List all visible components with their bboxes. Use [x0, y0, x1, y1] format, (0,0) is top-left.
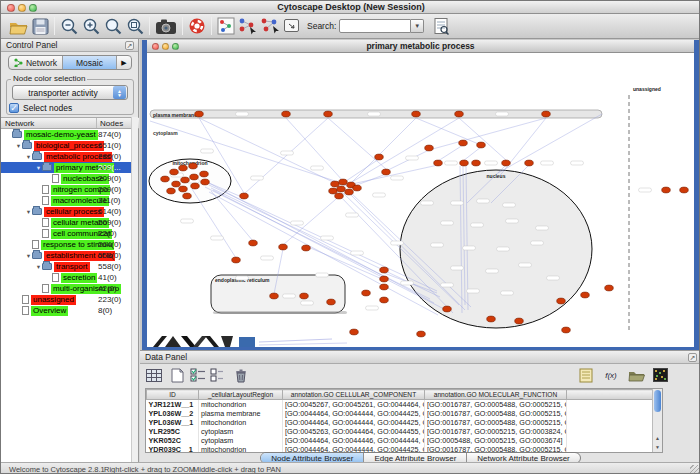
network-node[interactable]	[380, 297, 389, 303]
tree-row-establishment-of-lo[interactable]: ▼establishment of lo558(0)	[1, 250, 132, 261]
table-scrollbar[interactable]: ▲ ▼	[652, 389, 662, 452]
tree-row-response-to-stimulu[interactable]: response to stimulu264(0)	[1, 239, 132, 250]
tree-row-unassigned[interactable]: unassigned223(0)	[1, 294, 132, 305]
network-node[interactable]	[662, 187, 671, 193]
tree-row-metabolic-process[interactable]: ▼metabolic process280(0)	[1, 151, 132, 162]
tree-row-biological-process[interactable]: ▼biological_process651(0)	[1, 140, 132, 151]
snapshot-camera-icon[interactable]	[153, 15, 179, 37]
network-node[interactable]	[362, 290, 371, 296]
network-node[interactable]	[434, 160, 443, 166]
network-node[interactable]	[339, 179, 348, 185]
attribute-matrix-icon[interactable]	[651, 366, 669, 384]
network-node[interactable]	[335, 193, 344, 199]
layout-nodes-icon[interactable]	[237, 15, 259, 37]
tree-scrollbar[interactable]	[131, 117, 138, 462]
network-node[interactable]	[382, 169, 391, 175]
select-nodes-checkbox[interactable]: ✓	[9, 103, 19, 113]
tree-row-macromolecule[interactable]: macromolecule311(0)	[1, 195, 132, 206]
network-node[interactable]	[327, 299, 336, 305]
column-header[interactable]: annotation.GO CELLULAR_COMPONENT	[283, 390, 425, 400]
network-node[interactable]	[472, 160, 481, 166]
tree-row-cellular-process[interactable]: ▼cellular process614(0)	[1, 206, 132, 217]
import-attributes-icon[interactable]	[627, 366, 645, 384]
network-node[interactable]	[353, 185, 362, 191]
table-row[interactable]: YPL036W__2plasma membrane[GO:0044464, GO…	[147, 409, 662, 418]
scroll-down-button[interactable]: ▼	[653, 443, 662, 452]
network-node[interactable]	[201, 179, 210, 185]
annotation-box-icon[interactable]	[281, 15, 303, 37]
network-node[interactable]	[345, 189, 354, 195]
new-attribute-icon[interactable]	[168, 366, 186, 384]
table-row[interactable]: YLR295Ccytoplasm[GO:0045263, GO:0044464,…	[147, 427, 662, 436]
network-node[interactable]	[167, 188, 176, 194]
network-node[interactable]	[487, 316, 496, 322]
resize-grip[interactable]	[690, 465, 700, 474]
network-node[interactable]	[179, 186, 188, 192]
network-node[interactable]	[279, 244, 288, 250]
network-node[interactable]	[380, 267, 389, 273]
network-node[interactable]	[300, 293, 309, 299]
zoom-out-icon[interactable]	[58, 15, 80, 37]
network-node[interactable]	[525, 160, 534, 166]
network-node[interactable]	[412, 111, 421, 117]
column-header[interactable]: _cellularLayoutRegion	[199, 390, 283, 400]
control-panel-detach-icon[interactable]: ↗	[125, 41, 134, 50]
data-panel-detach-icon[interactable]: ↗	[688, 353, 697, 362]
network-node[interactable]	[161, 176, 170, 182]
network-window-titlebar[interactable]: primary metabolic process	[147, 40, 694, 53]
tree-row-multi-organism-pro[interactable]: multi-organism pro42(0)	[1, 283, 132, 294]
tree-expand-icon[interactable]: ▼	[25, 209, 32, 215]
function-builder-icon[interactable]: f(x)	[602, 366, 620, 384]
network-node[interactable]	[172, 181, 181, 187]
network-node[interactable]	[477, 142, 486, 148]
network-node[interactable]	[425, 145, 434, 151]
network-node[interactable]	[302, 245, 311, 251]
network-node[interactable]	[380, 276, 389, 282]
network-node[interactable]	[350, 329, 359, 335]
notes-icon[interactable]	[577, 366, 595, 384]
network-overview-icon[interactable]	[215, 15, 237, 37]
save-session-icon[interactable]	[29, 15, 51, 37]
network-node[interactable]	[443, 306, 452, 312]
network-node[interactable]	[270, 293, 279, 299]
table-row[interactable]: YKR052Ccytoplasm[GO:0044464, GO:0044446,…	[147, 436, 662, 445]
tree-expand-icon[interactable]: ▼	[25, 154, 32, 160]
select-attributes-icon[interactable]	[189, 366, 207, 384]
node-color-dropdown[interactable]: transporter activity ▲▼	[12, 85, 128, 100]
search-input[interactable]	[339, 19, 411, 33]
network-node[interactable]	[337, 186, 346, 192]
tree-expand-icon[interactable]: ▼	[35, 165, 42, 171]
zoom-fit-icon[interactable]	[102, 15, 124, 37]
network-node[interactable]	[331, 181, 340, 187]
network-node[interactable]	[191, 183, 200, 189]
network-node[interactable]	[282, 111, 291, 117]
network-node[interactable]	[195, 111, 204, 117]
tree-expand-icon[interactable]: ▼	[35, 264, 42, 270]
network-node[interactable]	[581, 292, 590, 298]
tab-mosaic[interactable]: Mosaic	[63, 56, 117, 69]
tree-row-cell-communicat[interactable]: cell communicat22(0)	[1, 228, 132, 239]
unselect-attributes-icon[interactable]	[209, 366, 227, 384]
network-node[interactable]	[460, 160, 469, 166]
network-node[interactable]	[181, 177, 190, 183]
network-node[interactable]	[515, 318, 524, 324]
search-dropdown-arrow[interactable]: ▼	[411, 19, 424, 33]
scroll-up-button[interactable]: ▲	[653, 434, 662, 443]
network-node[interactable]	[200, 171, 209, 177]
advanced-search-icon[interactable]	[430, 15, 452, 37]
network-node[interactable]	[542, 111, 551, 117]
network-node[interactable]	[329, 188, 338, 194]
zoom-selected-icon[interactable]	[124, 15, 146, 37]
network-node[interactable]	[189, 163, 198, 169]
attribute-table-icon[interactable]	[145, 366, 163, 384]
network-node[interactable]	[324, 111, 333, 117]
tree-expand-icon[interactable]: ▼	[15, 143, 22, 149]
zoom-in-icon[interactable]	[80, 15, 102, 37]
tree-row-nucleobase-[interactable]: nucleobase-209(0)	[1, 173, 132, 184]
network-node[interactable]	[502, 160, 511, 166]
nucleus-region[interactable]	[400, 170, 592, 328]
network-node[interactable]	[605, 285, 614, 291]
network-node[interactable]	[179, 165, 188, 171]
table-row[interactable]: YPL036W__1mitochondrion[GO:0044464, GO:0…	[147, 418, 662, 427]
delete-attribute-icon[interactable]	[232, 366, 250, 384]
